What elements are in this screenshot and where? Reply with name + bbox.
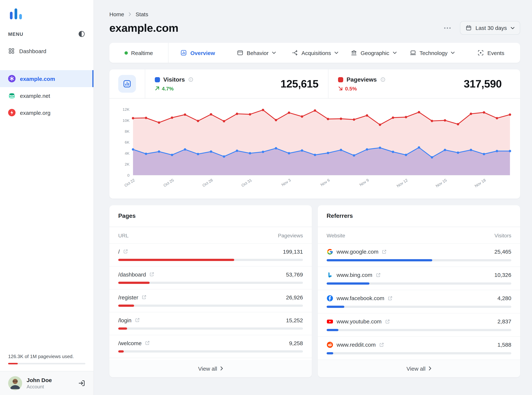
technology-icon: [409, 49, 416, 56]
bar-fill: [118, 282, 149, 284]
tab-overview[interactable]: Overview: [168, 43, 227, 63]
sidebar-item-dashboard[interactable]: Dashboard: [0, 44, 94, 58]
svg-text:0: 0: [127, 173, 129, 177]
pages-card: Pages URL Pageviews /199,131/dashboard53…: [109, 205, 312, 377]
bar-fill: [327, 259, 432, 261]
col-pageviews: Pageviews: [278, 233, 303, 238]
title-row: example.com Last 30 days: [109, 21, 520, 35]
bar-fill: [118, 327, 127, 330]
svg-text:Nov 9: Nov 9: [359, 178, 370, 187]
external-link-icon[interactable]: [385, 319, 390, 324]
referrer-site-link[interactable]: www.facebook.com: [327, 295, 393, 302]
app-logo[interactable]: [8, 7, 85, 21]
pageviews-change: 0.5%: [345, 85, 357, 91]
external-link-icon[interactable]: [375, 272, 381, 278]
referrer-row: www.facebook.com4,280: [318, 290, 520, 313]
overview-icon: [180, 49, 187, 56]
nav-label: Dashboard: [19, 48, 46, 54]
referrer-site-link[interactable]: www.bing.com: [327, 272, 381, 278]
site-list: example.comexample.netexample.org: [0, 70, 94, 121]
tab-label: Realtime: [131, 50, 153, 56]
info-icon[interactable]: [380, 77, 386, 82]
referrer-site-link[interactable]: www.google.com: [327, 248, 387, 255]
visitors-value: 2,837: [498, 318, 511, 325]
bar-fill: [327, 352, 333, 354]
external-link-icon[interactable]: [135, 318, 140, 323]
theme-toggle-icon[interactable]: [78, 30, 85, 38]
page-url-link[interactable]: /login: [118, 317, 140, 323]
usage-text: 126.3K of 1M pageviews used.: [8, 354, 85, 359]
page-url-link[interactable]: /welcome: [118, 340, 150, 346]
bar-track: [327, 306, 511, 308]
pageviews-value: 26,926: [286, 294, 303, 301]
external-link-icon[interactable]: [149, 272, 154, 277]
referrer-row: www.youtube.com2,837: [318, 313, 520, 337]
referrers-rows: www.google.com25,465www.bing.com10,326ww…: [318, 244, 520, 360]
chevron-right-icon: [428, 366, 431, 371]
pages-view-all-button[interactable]: View all: [109, 360, 312, 377]
sidebar-item-example.com[interactable]: example.com: [0, 70, 94, 87]
account-section[interactable]: John Doe Account: [0, 371, 94, 395]
referrer-site-link[interactable]: www.reddit.com: [327, 341, 384, 348]
tab-behavior[interactable]: Behavior: [227, 43, 286, 63]
svg-text:6K: 6K: [125, 140, 129, 144]
view-all-label: View all: [198, 365, 217, 372]
referrers-view-all-button[interactable]: View all: [318, 360, 520, 377]
pages-column-headers: URL Pageviews: [109, 227, 312, 244]
referrers-card-title: Referrers: [318, 205, 520, 227]
bar-track: [118, 305, 303, 307]
external-link-icon[interactable]: [379, 342, 384, 347]
svg-text:Nov 18: Nov 18: [474, 178, 486, 188]
usage-summary: 126.3K of 1M pageviews used.: [0, 354, 94, 371]
breadcrumb-home[interactable]: Home: [109, 11, 124, 17]
tab-label: Overview: [190, 50, 215, 56]
info-icon[interactable]: [188, 77, 194, 82]
tab-label: Technology: [420, 50, 448, 56]
svg-text:Nov 6: Nov 6: [320, 178, 331, 187]
svg-text:2K: 2K: [125, 162, 129, 166]
col-url: URL: [118, 233, 129, 238]
page-url-link[interactable]: /register: [118, 294, 147, 301]
referrer-row: www.bing.com10,326: [318, 267, 520, 290]
main-content: Home Stats example.com Last 30 days: [94, 0, 532, 395]
tab-realtime[interactable]: Realtime: [109, 43, 168, 63]
tabbar: RealtimeOverviewBehaviorAcquisitionsGeog…: [109, 43, 520, 63]
svg-text:Oct 25: Oct 25: [162, 178, 174, 188]
sidebar-item-example.net[interactable]: example.net: [0, 87, 94, 104]
tab-technology[interactable]: Technology: [403, 43, 461, 63]
trend-down-icon: [338, 86, 343, 91]
external-link-icon[interactable]: [145, 340, 150, 346]
visitors-value: 25,465: [494, 249, 511, 255]
external-link-icon[interactable]: [387, 296, 393, 301]
traffic-chart: 02K4K6K8K10K12KOct 22Oct 25Oct 28Oct 31N…: [109, 99, 520, 199]
chevron-down-icon: [510, 26, 515, 29]
chevron-right-icon: [128, 12, 132, 16]
more-options-button[interactable]: [442, 25, 453, 31]
logout-icon[interactable]: [78, 379, 85, 387]
col-visitors: Visitors: [494, 233, 511, 238]
page-url-link[interactable]: /: [118, 248, 128, 255]
sidebar-item-example.org[interactable]: example.org: [0, 104, 94, 121]
geographic-icon: [351, 49, 357, 56]
external-link-icon[interactable]: [123, 249, 128, 254]
tab-events[interactable]: Events: [462, 43, 520, 63]
page-row: /199,131: [109, 244, 312, 267]
sidebar-nav: Dashboard: [0, 44, 94, 58]
page-url-link[interactable]: /dashboard: [118, 271, 154, 278]
site-purple-icon: [8, 75, 16, 82]
bar-fill: [327, 282, 370, 285]
col-website: Website: [327, 233, 345, 238]
trend-up-icon: [155, 86, 160, 91]
view-all-label: View all: [407, 365, 426, 372]
external-link-icon[interactable]: [382, 249, 387, 254]
tab-geographic[interactable]: Geographic: [344, 43, 403, 63]
svg-text:10K: 10K: [123, 118, 129, 123]
bar-track: [118, 282, 303, 284]
external-link-icon[interactable]: [141, 295, 147, 300]
svg-text:12K: 12K: [123, 107, 129, 111]
tab-acquisitions[interactable]: Acquisitions: [286, 43, 344, 63]
date-range-button[interactable]: Last 30 days: [460, 21, 520, 35]
svg-text:Nov 15: Nov 15: [435, 178, 447, 188]
referrer-site-link[interactable]: www.youtube.com: [327, 318, 390, 325]
realtime-dot-icon: [124, 51, 128, 55]
